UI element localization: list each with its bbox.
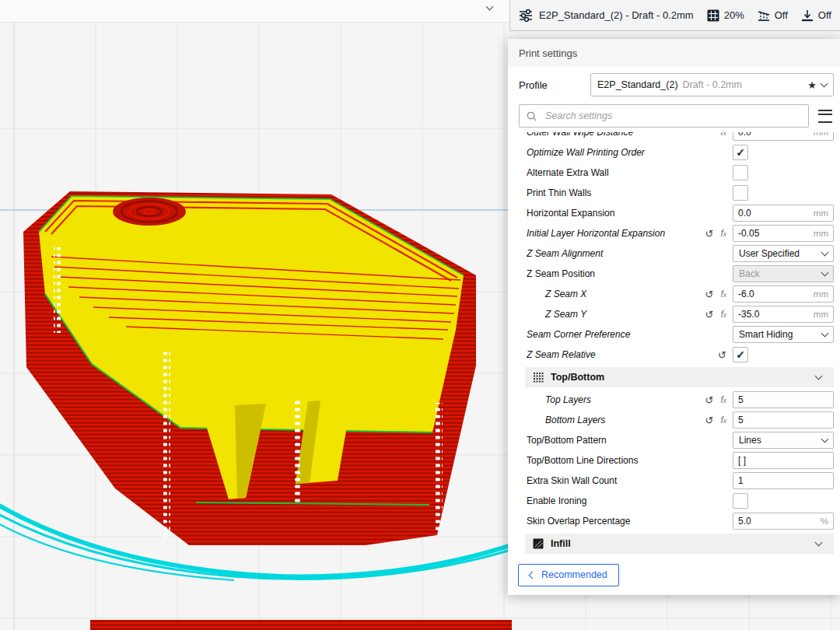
- setting-dropdown[interactable]: Smart Hiding: [733, 326, 834, 343]
- setting-value-field[interactable]: 5: [733, 411, 834, 429]
- setting-label: Z Seam Y: [527, 309, 686, 320]
- setting-value: [ ]: [733, 455, 833, 466]
- section-header-infill[interactable]: Infill: [525, 534, 834, 554]
- setting-value: -6.0: [733, 289, 814, 299]
- setting-checkbox[interactable]: [733, 165, 748, 180]
- setting-row: Top/Bottom Line Directions[ ]: [508, 450, 840, 471]
- setting-value-field[interactable]: -35.0mm: [733, 306, 834, 323]
- summary-support-group: Off: [757, 9, 788, 23]
- topbottom-section-icon: [533, 372, 544, 383]
- setting-checkbox[interactable]: [733, 493, 748, 509]
- setting-control: [733, 165, 834, 180]
- reset-icon[interactable]: ↺: [705, 229, 714, 239]
- setting-control: 1: [733, 472, 834, 489]
- reset-icon[interactable]: ↺: [705, 415, 714, 425]
- section-header-topbottom[interactable]: Top/Bottom: [525, 367, 834, 387]
- search-input[interactable]: [544, 110, 802, 122]
- setting-label: Z Seam Alignment: [527, 248, 686, 259]
- setting-control: -35.0mm: [733, 306, 834, 323]
- camera-dropdown-chevron-icon[interactable]: [486, 3, 494, 11]
- formula-icon[interactable]: fx: [720, 229, 726, 238]
- setting-dropdown[interactable]: User Specified: [733, 245, 834, 262]
- setting-value-field[interactable]: -0.05mm: [733, 225, 834, 242]
- setting-value-field[interactable]: 5.0%: [733, 513, 834, 530]
- formula-icon[interactable]: fx: [720, 289, 726, 299]
- summary-adhesion-value: Off: [818, 9, 831, 21]
- setting-row: Outer Wall Wipe Distancefx0.0mm: [508, 132, 840, 142]
- setting-label: Alternate Extra Wall: [527, 167, 686, 178]
- print-settings-summary-bar[interactable]: E2P_Standard_(2) - Draft - 0.2mm 20%: [509, 0, 840, 31]
- settings-menu-icon[interactable]: [818, 110, 832, 123]
- setting-checkbox[interactable]: ✓: [733, 347, 748, 362]
- setting-value-field[interactable]: 5: [733, 391, 834, 408]
- setting-row: Z Seam PositionBack: [508, 264, 840, 284]
- setting-row: Skin Overlap Percentage5.0%: [508, 511, 840, 531]
- setting-value-field[interactable]: 0.0mm: [733, 132, 834, 141]
- profile-label: Profile: [519, 79, 583, 91]
- setting-dropdown[interactable]: Back: [733, 265, 834, 282]
- reset-icon[interactable]: ↺: [705, 395, 714, 405]
- dropdown-value: Back: [739, 268, 760, 279]
- chevron-down-icon[interactable]: [815, 373, 823, 380]
- search-row: [508, 101, 840, 132]
- dropdown-value: Smart Hiding: [739, 329, 793, 340]
- favorite-star-icon[interactable]: ★: [807, 79, 817, 91]
- setting-value-field[interactable]: -6.0mm: [733, 285, 834, 303]
- print-settings-sliders-icon: [518, 8, 534, 23]
- setting-control: [ ]: [733, 452, 834, 469]
- profile-dropdown[interactable]: E2P_Standard_(2) Draft - 0.2mm ★: [590, 73, 834, 96]
- summary-adhesion-group: Off: [800, 9, 831, 23]
- profile-variant: Draft - 0.2mm: [683, 79, 803, 90]
- setting-row: Z Seam X↺fx-6.0mm: [508, 284, 840, 304]
- setting-checkbox[interactable]: [733, 185, 748, 201]
- formula-icon[interactable]: fx: [720, 132, 726, 137]
- setting-label: Enable Ironing: [527, 495, 686, 506]
- setting-row: Print Thin Walls: [508, 183, 840, 203]
- chevron-down-icon: [821, 80, 828, 88]
- setting-label: Initial Layer Horizontal Expansion: [527, 228, 686, 239]
- setting-value: 1: [733, 475, 833, 486]
- chevron-down-icon[interactable]: [815, 539, 823, 547]
- reset-icon[interactable]: ↺: [705, 310, 714, 320]
- setting-value-field[interactable]: [ ]: [733, 452, 834, 469]
- setting-control: Smart Hiding: [733, 326, 834, 343]
- formula-icon[interactable]: fx: [720, 310, 726, 319]
- setting-row: Initial Layer Horizontal Expansion↺fx-0.…: [508, 223, 840, 243]
- setting-label: Z Seam Position: [527, 268, 686, 279]
- formula-icon[interactable]: fx: [720, 395, 726, 404]
- z-seam-column: [295, 400, 302, 506]
- setting-control: -6.0mm: [733, 285, 834, 303]
- adhesion-icon: [800, 9, 814, 23]
- setting-unit: %: [821, 516, 833, 526]
- setting-label: Print Thin Walls: [527, 187, 686, 198]
- search-box[interactable]: [519, 104, 809, 128]
- check-icon: ✓: [736, 147, 745, 158]
- setting-row: Z Seam Y↺fx-35.0mm: [508, 304, 840, 324]
- summary-infill-group: 20%: [706, 9, 744, 23]
- setting-row: Seam Corner PreferenceSmart Hiding: [508, 324, 840, 345]
- setting-control: Lines: [733, 432, 834, 449]
- setting-value: -35.0: [733, 309, 814, 320]
- infill-section-icon: [533, 538, 544, 549]
- reset-icon[interactable]: ↺: [718, 350, 726, 360]
- setting-value: 5.0: [733, 516, 821, 527]
- panel-title: Print settings: [508, 39, 840, 67]
- setting-control: [733, 493, 834, 509]
- setting-label: Z Seam X: [527, 289, 686, 299]
- recommended-mode-button[interactable]: Recommended: [518, 564, 619, 586]
- setting-row-icons: ↺: [686, 350, 726, 360]
- formula-icon[interactable]: fx: [720, 415, 726, 425]
- setting-value-field[interactable]: 1: [733, 472, 834, 489]
- support-icon: [757, 9, 771, 23]
- setting-value: 5: [733, 394, 833, 405]
- setting-label: Skin Overlap Percentage: [527, 516, 686, 527]
- dropdown-value: User Specified: [739, 248, 800, 259]
- setting-value-field[interactable]: 0.0mm: [733, 205, 834, 222]
- check-icon: ✓: [736, 349, 745, 360]
- setting-checkbox[interactable]: ✓: [733, 145, 748, 160]
- setting-dropdown[interactable]: Lines: [733, 432, 834, 449]
- setting-row-icons: fx: [686, 132, 726, 137]
- print-settings-panel: Print settings Profile E2P_Standard_(2) …: [508, 39, 840, 595]
- setting-row-icons: ↺fx: [686, 310, 726, 320]
- reset-icon[interactable]: ↺: [705, 289, 714, 299]
